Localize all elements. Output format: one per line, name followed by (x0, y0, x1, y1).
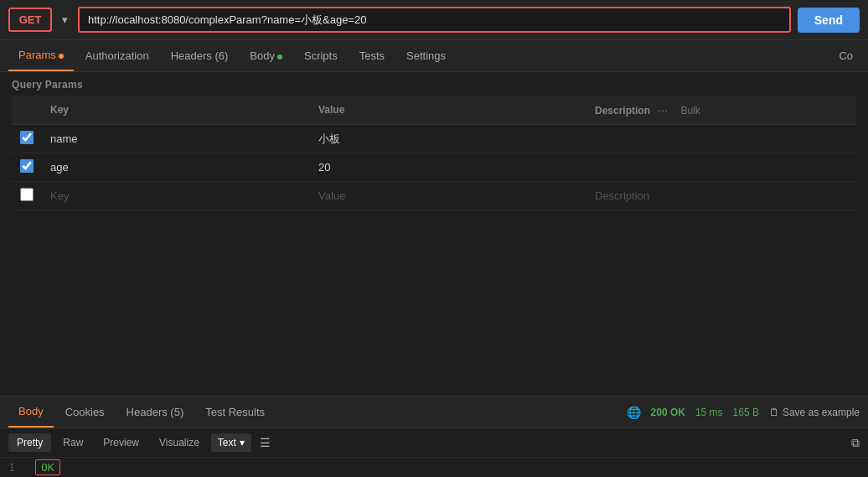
row1-key: name (42, 125, 310, 153)
row2-value: 20 (310, 153, 586, 182)
empty-key: Key (42, 182, 310, 210)
table-header-row: Key Value Description ··· Bulk (12, 96, 856, 125)
format-tab-visualize[interactable]: Visualize (151, 433, 208, 452)
row2-key: age (42, 153, 310, 182)
globe-icon: 🌐 (627, 406, 641, 419)
empty-description: Description (586, 182, 856, 210)
format-tab-pretty[interactable]: Pretty (8, 433, 51, 452)
method-button[interactable]: GET (8, 8, 52, 32)
table-row: age 20 (12, 153, 856, 182)
tab-tests[interactable]: Tests (349, 41, 395, 70)
empty-value: Value (310, 182, 586, 210)
params-dot (59, 54, 64, 59)
save-icon: 🗒 (769, 407, 779, 418)
response-size: 165 B (733, 407, 759, 418)
method-dropdown[interactable]: ▾ (59, 9, 71, 30)
row1-value: 小板 (310, 125, 586, 153)
tab-settings[interactable]: Settings (396, 41, 456, 70)
row2-checkbox-cell (12, 153, 42, 182)
request-tabs: Params Authorization Headers (6) Body Sc… (0, 40, 868, 72)
tab-co: Co (832, 41, 860, 70)
row1-checkbox-cell (12, 125, 42, 153)
send-button[interactable]: Send (798, 8, 860, 33)
tab-headers[interactable]: Headers (6) (161, 41, 239, 70)
th-value: Value (310, 96, 586, 125)
body-dot (277, 54, 282, 60)
table-row: name 小板 (12, 125, 856, 153)
save-example-button[interactable]: 🗒 Save as example (769, 407, 860, 418)
empty-checkbox-cell (12, 182, 42, 210)
filter-icon[interactable]: ☰ (260, 436, 271, 449)
tab-params[interactable]: Params (8, 40, 74, 71)
response-body: 1OK (0, 458, 868, 477)
params-table: Key Value Description ··· Bulk (12, 96, 856, 210)
tab-scripts[interactable]: Scripts (294, 41, 348, 70)
url-input[interactable] (78, 7, 791, 33)
row1-checkbox[interactable] (20, 131, 34, 144)
response-tab-test-results[interactable]: Test Results (195, 397, 275, 427)
response-tab-cookies[interactable]: Cookies (55, 397, 115, 427)
app-layout: GET ▾ Send Params Authorization Headers … (0, 0, 868, 477)
th-key: Key (42, 96, 310, 125)
row1-description (586, 125, 856, 153)
empty-checkbox[interactable] (20, 188, 34, 201)
response-tabs: Body Cookies Headers (5) Test Results 🌐 … (0, 396, 868, 428)
format-tabs: Pretty Raw Preview Visualize Text ▾ ☰ ⧉ (0, 428, 868, 458)
th-description: Description ··· Bulk (586, 96, 856, 125)
format-tab-raw[interactable]: Raw (54, 433, 91, 452)
text-dropdown[interactable]: Text ▾ (211, 433, 251, 452)
format-tab-preview[interactable]: Preview (95, 433, 147, 452)
status-badge: 200 OK (651, 407, 685, 418)
tab-authorization[interactable]: Authorization (75, 41, 159, 70)
more-button[interactable]: ··· (653, 101, 673, 118)
response-tab-body[interactable]: Body (8, 397, 54, 428)
params-area: Query Params Key Value Description ··· B… (0, 72, 868, 214)
bulk-button[interactable]: Bulk (675, 103, 705, 118)
response-tab-headers[interactable]: Headers (5) (116, 397, 194, 427)
row2-description (586, 153, 856, 182)
th-checkbox (12, 96, 42, 125)
section-label: Query Params (12, 79, 856, 91)
line-number: 1 (8, 461, 28, 474)
response-meta: 🌐 200 OK 15 ms 165 B 🗒 Save as example (627, 406, 860, 419)
chevron-down-icon: ▾ (240, 437, 245, 448)
request-content: Query Params Key Value Description ··· B… (0, 72, 868, 396)
row2-checkbox[interactable] (20, 159, 34, 173)
tab-body[interactable]: Body (240, 41, 292, 70)
empty-table-row: Key Value Description (12, 182, 856, 210)
response-value: OK (35, 459, 60, 475)
top-bar: GET ▾ Send (0, 0, 868, 40)
response-time: 15 ms (695, 407, 723, 418)
copy-icon[interactable]: ⧉ (851, 436, 860, 450)
